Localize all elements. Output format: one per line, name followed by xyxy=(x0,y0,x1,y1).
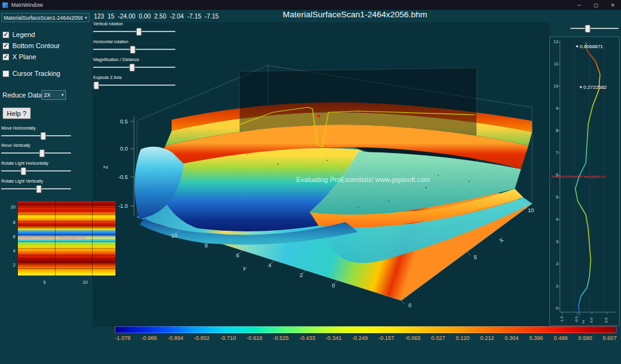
move-horizontally-slider[interactable] xyxy=(1,132,71,140)
slider-thumb[interactable] xyxy=(39,149,44,157)
colorbar-label: -0.525 xyxy=(273,335,289,341)
profile-slider[interactable] xyxy=(570,25,619,33)
profile-z-ticks: -1.0-0.50.00.5 xyxy=(550,37,619,325)
reduce-data-dropdown[interactable]: 2X ▾ xyxy=(41,90,66,100)
colorbar-label: -0.433 xyxy=(299,335,315,341)
thumbnail-y-tick: 10 xyxy=(5,205,15,209)
slider-label: Move Vertically xyxy=(1,143,71,147)
slider-thumb[interactable] xyxy=(130,46,135,54)
contour-thumbnail-chart: Evaluating ProEssentials! www.gigasoft.c… xyxy=(5,200,117,286)
z-tick-label: -1.0 xyxy=(118,203,128,209)
checkbox-box[interactable]: ✓ xyxy=(2,43,9,49)
y-tick-label: 10 xyxy=(171,233,177,239)
colorbar-label: 0.396 xyxy=(529,335,543,341)
z-tick-label: -0.5 xyxy=(118,174,128,180)
profile-slider-group xyxy=(570,25,619,33)
chevron-down-icon: ▾ xyxy=(85,15,87,20)
slider-label: Vertical rotation xyxy=(93,22,175,26)
slider-thumb[interactable] xyxy=(585,25,591,33)
slider-track xyxy=(1,152,71,154)
reduce-data-label: Reduce Data xyxy=(2,91,42,99)
thumbnail-y-tick: 4 xyxy=(5,249,15,253)
z-tick-label: 0.5 xyxy=(120,118,128,125)
thumbnail-watermark: Evaluating ProEssentials! www.gigasoft.c… xyxy=(19,236,114,239)
slider-thumb[interactable] xyxy=(94,81,99,89)
slider-thumb[interactable] xyxy=(129,64,135,72)
maximize-icon[interactable]: ▢ xyxy=(588,0,604,10)
checkbox-x-plane[interactable]: ✓ X Plane xyxy=(2,53,36,60)
close-icon[interactable]: ✕ xyxy=(604,0,621,10)
slider-thumb[interactable] xyxy=(40,132,46,140)
colorbar-label: -0.249 xyxy=(352,335,368,341)
slider-label: Rotate Light Horizontally xyxy=(1,161,71,165)
minimize-icon[interactable]: ─ xyxy=(571,0,588,10)
thumbnail-y-tick: 8 xyxy=(5,220,15,225)
colorbar-label: -0.618 xyxy=(247,335,263,341)
colorbar-label: 0.304 xyxy=(505,335,519,341)
checkbox-box[interactable]: ✓ xyxy=(2,54,9,60)
thumbnail-y-tick: 6 xyxy=(5,234,15,239)
profile-chart-panel: 0.6068871 0.2722582 1211109876543210 -1.… xyxy=(549,36,620,326)
chart-title: MaterialSurfaceScan1-2464x2056.bhm xyxy=(139,10,571,19)
y-tick-label: 6 xyxy=(236,252,239,259)
chart-watermark: Evaluating ProEssentials! www.gigasoft.c… xyxy=(296,176,430,183)
colorbar-label: -0.065 xyxy=(405,335,421,341)
move-vertically-slider[interactable] xyxy=(1,149,71,157)
magnification-slider[interactable] xyxy=(93,64,175,72)
checkbox-bottom-contour[interactable]: ✓ Bottom Contour xyxy=(2,42,60,49)
slider-thumb[interactable] xyxy=(21,167,27,175)
vertical-rotation-slider[interactable] xyxy=(93,28,175,36)
colorbar-label: 0.607 xyxy=(602,335,617,341)
slider-track xyxy=(93,85,175,86)
thumbnail-x-tick: 10 xyxy=(83,280,88,284)
file-select-value: MaterialSurfaceScan1-2464x2056.bhm xyxy=(4,15,83,21)
help-button[interactable]: Help ? xyxy=(2,107,31,119)
colorbar-gradient xyxy=(115,326,617,333)
profile-z-axis-label: Z xyxy=(582,320,585,324)
window-controls: ─ ▢ ✕ xyxy=(571,0,621,10)
slider-thumb[interactable] xyxy=(136,28,142,36)
thumbnail-x-tick: 5 xyxy=(43,280,46,284)
x-tick-label: 10 xyxy=(528,207,534,213)
rotate-light-vertically-slider[interactable] xyxy=(1,185,71,193)
file-select-dropdown[interactable]: MaterialSurfaceScan1-2464x2056.bhm ▾ xyxy=(1,13,90,22)
colorbar-label: -0.802 xyxy=(194,335,210,341)
window-title: MainWindow xyxy=(11,2,43,8)
profile-z-tick: -1.0 xyxy=(560,312,564,323)
horizontal-rotation-slider[interactable] xyxy=(93,46,175,54)
checkbox-label: Bottom Contour xyxy=(12,42,60,49)
rotate-light-horizontally-slider[interactable] xyxy=(1,167,71,175)
reduce-data-value: 2X xyxy=(44,92,51,98)
colorbar-label: -0.986 xyxy=(141,335,157,341)
colorbar-label: -0.157 xyxy=(378,335,394,341)
slider-label: Magnification / Distance xyxy=(93,57,175,62)
colorbar-label: -1.078 xyxy=(115,335,131,341)
profile-z-tick: 0.0 xyxy=(590,312,593,323)
slider-label: Rotate Light Vertically xyxy=(1,179,71,183)
main-window: MainWindow ─ ▢ ✕ MaterialSurfaceScan1-24… xyxy=(0,0,621,364)
explode-z-axis-slider[interactable] xyxy=(93,81,175,89)
colorbar-label: -0.894 xyxy=(167,335,183,341)
colorbar-label: 0.488 xyxy=(554,335,568,341)
slider-label: Explode Z Axis xyxy=(93,75,175,80)
x-tick-label: 0 xyxy=(408,302,411,308)
slider-thumb[interactable] xyxy=(36,185,42,193)
cursor-marker xyxy=(317,115,320,118)
slider-label: Horizontal rotation xyxy=(93,39,175,44)
slider-track xyxy=(93,31,175,32)
colorbar-label: 0.580 xyxy=(578,335,593,341)
colorbar-label: 0.027 xyxy=(431,335,445,341)
profile-z-tick: -0.5 xyxy=(575,312,578,323)
checkbox-box[interactable]: ✓ xyxy=(2,31,9,38)
z-tick-label: 0.0 xyxy=(120,146,128,152)
colorbar-label: -0.710 xyxy=(220,335,236,341)
y-tick-label: 8 xyxy=(204,242,207,249)
profile-watermark: Evaluating ProEssentials! www.gigasoft.c… xyxy=(551,175,618,178)
profile-z-tick: 0.5 xyxy=(604,312,608,323)
colorbar-label: 0.212 xyxy=(480,335,494,341)
checkbox-box[interactable] xyxy=(2,70,9,77)
y-tick-label: 0 xyxy=(331,283,335,289)
checkbox-legend[interactable]: ✓ Legend xyxy=(2,31,35,38)
checkbox-cursor-tracking[interactable]: Cursor Tracking xyxy=(2,70,60,77)
slider-track xyxy=(1,135,71,136)
